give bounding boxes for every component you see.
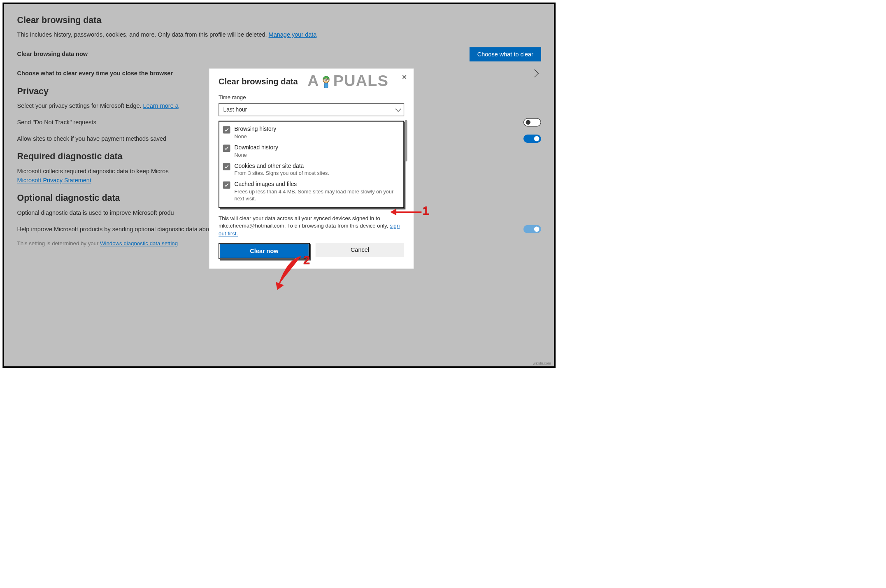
time-range-value: Last hour xyxy=(223,106,247,113)
clear-browsing-data-desc: This includes history, passwords, cookie… xyxy=(17,30,541,40)
manage-your-data-link[interactable]: Manage your data xyxy=(269,31,317,38)
corner-brand: wsxdn.com xyxy=(533,361,551,365)
item-sub: From 3 sites. Signs you out of most site… xyxy=(235,170,329,177)
item-sub: Frees up less than 4.4 MB. Some sites ma… xyxy=(235,188,400,202)
privacy-statement-link[interactable]: Microsoft Privacy Statement xyxy=(17,177,91,183)
check-icon xyxy=(224,183,229,188)
dnt-label: Send "Do Not Track" requests xyxy=(17,118,96,127)
cookies-checkbox[interactable] xyxy=(223,163,230,170)
clear-browsing-data-heading: Clear browsing data xyxy=(17,15,541,26)
check-icon xyxy=(224,146,229,151)
choose-what-to-clear-button[interactable]: Choose what to clear xyxy=(470,47,541,61)
windows-diagnostic-link[interactable]: Windows diagnostic data setting xyxy=(100,240,178,246)
list-item: Browsing history None xyxy=(223,124,400,142)
clear-on-close-label: Choose what to clear every time you clos… xyxy=(17,69,173,78)
check-icon xyxy=(224,127,229,132)
browsing-history-checkbox[interactable] xyxy=(223,126,230,134)
cookies-text: Cookies and other site data From 3 sites… xyxy=(235,163,329,177)
privacy-learn-more-link[interactable]: Learn more a xyxy=(143,102,179,109)
footnote-text: This setting is determined by your xyxy=(17,240,100,246)
clear-now-button[interactable]: Clear now xyxy=(220,244,308,258)
browsing-history-text: Browsing history None xyxy=(235,126,277,140)
dialog-button-row: Clear now Cancel xyxy=(219,243,404,259)
scrollbar-thumb[interactable] xyxy=(405,120,407,162)
list-item: Cached images and files Frees up less th… xyxy=(223,179,400,205)
settings-frame: Clear browsing data This includes histor… xyxy=(2,2,556,368)
list-item: Cookies and other site data From 3 sites… xyxy=(223,160,400,179)
close-icon[interactable]: ✕ xyxy=(402,74,407,81)
time-range-select[interactable]: Last hour xyxy=(219,103,404,116)
optional-diagnostic-toggle[interactable] xyxy=(523,225,541,233)
check-icon xyxy=(224,164,229,170)
payment-methods-label: Allow sites to check if you have payment… xyxy=(17,135,166,143)
sync-warning-text: This will clear your data across all you… xyxy=(219,214,404,237)
item-sub: None xyxy=(235,151,278,158)
item-title: Download history xyxy=(235,144,278,151)
item-sub: None xyxy=(235,133,277,140)
item-title: Cookies and other site data xyxy=(235,163,329,169)
chevron-right-icon xyxy=(530,70,539,78)
clear-now-label: Clear browsing data now xyxy=(17,50,88,58)
cached-images-checkbox[interactable] xyxy=(223,181,230,189)
required-desc-text: Microsoft collects required diagnostic d… xyxy=(17,168,169,174)
cancel-button[interactable]: Cancel xyxy=(316,243,404,257)
item-title: Cached images and files xyxy=(235,181,400,188)
dnt-toggle[interactable] xyxy=(523,118,541,126)
clear-now-row: Clear browsing data now Choose what to c… xyxy=(17,47,541,61)
download-history-text: Download history None xyxy=(235,144,278,158)
data-types-checklist: Browsing history None Download history N… xyxy=(219,121,404,208)
desc-text: This includes history, passwords, cookie… xyxy=(17,31,269,38)
item-title: Browsing history xyxy=(235,126,277,132)
list-item: Download history None xyxy=(223,142,400,160)
cancel-button-wrap: Cancel xyxy=(316,243,404,259)
download-history-checkbox[interactable] xyxy=(223,145,230,152)
time-range-label: Time range xyxy=(219,94,404,100)
sync-warning-body: This will clear your data across all you… xyxy=(219,215,390,229)
payment-methods-toggle[interactable] xyxy=(523,135,541,143)
cached-images-text: Cached images and files Frees up less th… xyxy=(235,181,400,202)
dialog-title: Clear browsing data xyxy=(219,77,404,86)
clear-now-button-wrap: Clear now xyxy=(219,243,310,259)
clear-browsing-data-dialog: ✕ Clear browsing data Time range Last ho… xyxy=(209,68,414,269)
chevron-down-icon xyxy=(395,106,401,112)
privacy-desc-text: Select your privacy settings for Microso… xyxy=(17,102,143,109)
